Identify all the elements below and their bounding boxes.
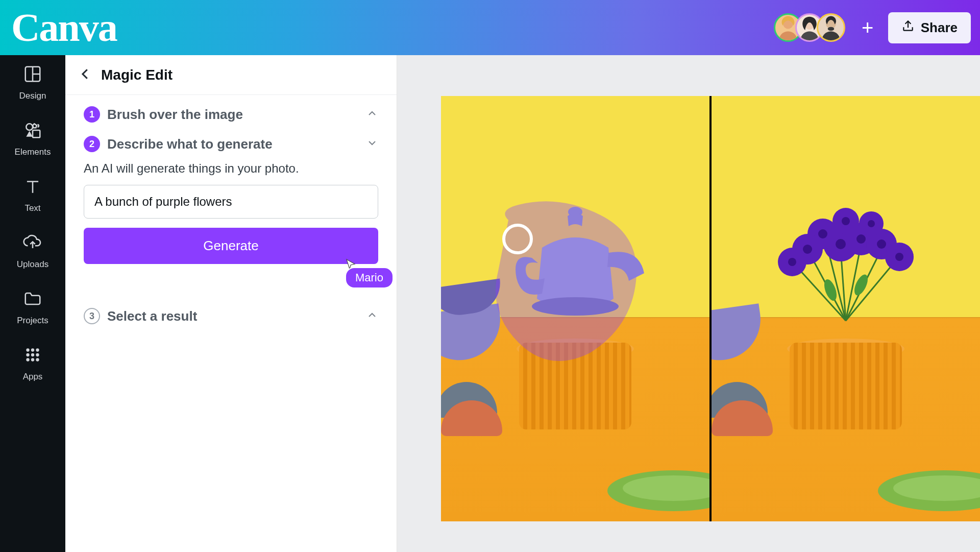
- step-number-badge: 1: [84, 106, 100, 123]
- step-number-badge: 3: [84, 308, 100, 324]
- share-icon: [901, 19, 915, 36]
- svg-point-3: [827, 27, 834, 31]
- step-number-badge: 2: [84, 136, 100, 152]
- add-collaborator-button[interactable]: +: [856, 16, 879, 39]
- canvas-area[interactable]: [397, 55, 980, 552]
- share-label: Share: [921, 20, 958, 36]
- chevron-up-icon: [366, 309, 378, 323]
- text-icon: [23, 177, 42, 198]
- sidebar-item-elements[interactable]: Elements: [15, 121, 51, 157]
- svg-point-17: [36, 358, 39, 361]
- svg-point-35: [788, 258, 796, 266]
- sidebar-item-uploads[interactable]: Uploads: [17, 233, 48, 270]
- sidebar-item-apps[interactable]: Apps: [23, 345, 43, 382]
- step-header[interactable]: 2 Describe what to generate: [84, 136, 378, 152]
- step-select-result: 3 Select a result: [84, 308, 378, 324]
- svg-point-9: [26, 348, 29, 351]
- sidebar-item-design[interactable]: Design: [19, 64, 46, 101]
- collaborator-cursor-label: Mario: [345, 267, 394, 289]
- svg-point-37: [868, 220, 875, 227]
- sidebar-item-label: Text: [24, 203, 40, 213]
- canvas-image[interactable]: [441, 96, 980, 521]
- prompt-input[interactable]: [84, 185, 378, 219]
- step-title: Describe what to generate: [107, 136, 359, 152]
- before-image: [441, 96, 709, 521]
- shapes-icon: [23, 121, 42, 142]
- svg-point-14: [36, 353, 39, 356]
- brush-cursor: [502, 224, 533, 254]
- svg-point-31: [856, 234, 866, 244]
- step-header[interactable]: 3 Select a result: [84, 308, 378, 324]
- svg-point-32: [803, 245, 812, 254]
- sidebar-item-label: Uploads: [17, 259, 48, 270]
- sidebar-item-label: Elements: [15, 147, 51, 157]
- sidebar-item-label: Projects: [17, 316, 48, 326]
- back-button[interactable]: [78, 66, 93, 84]
- step-title: Brush over the image: [107, 107, 359, 123]
- svg-point-11: [36, 348, 39, 351]
- svg-point-34: [895, 253, 903, 261]
- panel-title: Magic Edit: [101, 67, 173, 83]
- sidebar-item-label: Apps: [23, 372, 43, 382]
- cloud-upload-icon: [23, 233, 42, 254]
- svg-point-16: [31, 358, 34, 361]
- svg-point-19: [532, 297, 619, 316]
- svg-point-13: [31, 353, 34, 356]
- chevron-up-icon: [366, 107, 378, 122]
- share-button[interactable]: Share: [888, 12, 971, 43]
- panel-header: Magic Edit: [65, 55, 397, 95]
- svg-point-30: [818, 229, 827, 238]
- collaborator-avatars[interactable]: [774, 13, 845, 42]
- generated-flowers: [754, 147, 938, 333]
- step-brush: 1 Brush over the image: [84, 106, 378, 123]
- chevron-down-icon: [366, 137, 378, 151]
- magic-edit-panel: Magic Edit 1 Brush over the image 2 Desc…: [65, 55, 397, 552]
- avatar[interactable]: [817, 13, 845, 42]
- sidebar-item-text[interactable]: Text: [23, 177, 42, 213]
- svg-point-7: [26, 124, 33, 130]
- generate-label: Generate: [203, 238, 258, 253]
- svg-point-33: [877, 239, 886, 249]
- svg-point-15: [26, 358, 29, 361]
- step-title: Select a result: [107, 308, 359, 324]
- svg-rect-8: [33, 130, 40, 137]
- top-header: Canva + Share: [0, 0, 980, 55]
- svg-point-12: [26, 353, 29, 356]
- generate-button[interactable]: Generate Mario: [84, 228, 378, 264]
- sidebar-item-label: Design: [19, 91, 46, 101]
- layout-icon: [23, 64, 42, 86]
- canva-logo[interactable]: Canva: [9, 5, 117, 51]
- svg-point-10: [31, 348, 34, 351]
- folder-icon: [23, 289, 42, 310]
- step-description: An AI will generate things in your photo…: [84, 161, 378, 176]
- step-header[interactable]: 1 Brush over the image: [84, 106, 378, 123]
- after-image: [712, 96, 980, 521]
- sidebar-item-projects[interactable]: Projects: [17, 289, 48, 326]
- grid-icon: [23, 345, 42, 367]
- svg-point-36: [842, 217, 850, 225]
- left-sidebar: Design Elements Text Uploads Projects Ap…: [0, 55, 65, 552]
- step-describe: 2 Describe what to generate An AI will g…: [84, 136, 378, 264]
- svg-point-29: [836, 239, 846, 249]
